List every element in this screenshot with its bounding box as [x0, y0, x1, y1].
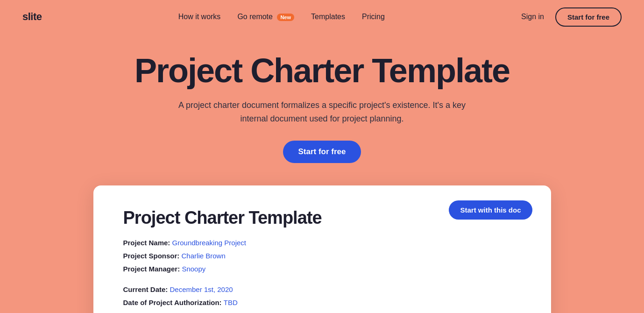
hero-description: A project charter document formalizes a …: [173, 99, 472, 126]
nav-right: Sign in Start for free: [521, 7, 622, 27]
doc-field-label-project-manager: Project Manager:: [123, 265, 182, 273]
signin-link[interactable]: Sign in: [521, 13, 544, 21]
doc-field-value-current-date[interactable]: December 1st, 2020: [170, 285, 233, 293]
doc-field-label-project-name: Project Name:: [123, 239, 172, 247]
doc-field-project-name: Project Name: Groundbreaking Project: [123, 237, 521, 249]
hero-title: Project Charter Template: [112, 52, 532, 89]
doc-field-value-project-sponsor[interactable]: Charlie Brown: [182, 252, 226, 260]
nav-item-go-remote[interactable]: Go remote New: [237, 13, 294, 21]
hero-cta-button[interactable]: Start for free: [283, 141, 361, 163]
nav-link-how-it-works[interactable]: How it works: [178, 13, 221, 21]
nav-item-pricing[interactable]: Pricing: [362, 13, 385, 21]
nav-links: How it works Go remote New Templates Pri…: [178, 13, 385, 21]
doc-preview-wrapper: Start with this doc Project Charter Temp…: [0, 185, 644, 313]
nav-item-templates[interactable]: Templates: [311, 13, 345, 21]
start-with-doc-button[interactable]: Start with this doc: [449, 200, 532, 220]
logo[interactable]: slite: [22, 11, 42, 23]
new-badge: New: [277, 14, 294, 21]
nav-item-how-it-works[interactable]: How it works: [178, 13, 221, 21]
hero-section: Project Charter Template A project chart…: [0, 34, 644, 185]
doc-field-value-authorization-date[interactable]: TBD: [224, 299, 238, 306]
nav-link-go-remote[interactable]: Go remote New: [237, 13, 294, 21]
doc-field-project-manager: Project Manager: Snoopy: [123, 263, 521, 275]
doc-field-label-current-date: Current Date:: [123, 285, 170, 293]
doc-field-value-project-name[interactable]: Groundbreaking Project: [172, 239, 246, 247]
nav-link-pricing[interactable]: Pricing: [362, 13, 385, 21]
doc-card: Start with this doc Project Charter Temp…: [93, 185, 551, 313]
navbar: slite How it works Go remote New Templat…: [0, 0, 644, 34]
nav-link-templates[interactable]: Templates: [311, 13, 345, 21]
doc-field-authorization-date: Date of Project Authorization: TBD: [123, 297, 521, 308]
doc-field-project-sponsor: Project Sponsor: Charlie Brown: [123, 250, 521, 262]
doc-field-current-date: Current Date: December 1st, 2020: [123, 284, 521, 295]
doc-field-label-project-sponsor: Project Sponsor:: [123, 252, 182, 260]
nav-start-free-button[interactable]: Start for free: [555, 7, 622, 27]
doc-field-value-project-manager[interactable]: Snoopy: [182, 265, 205, 273]
doc-field-label-authorization-date: Date of Project Authorization:: [123, 299, 224, 306]
